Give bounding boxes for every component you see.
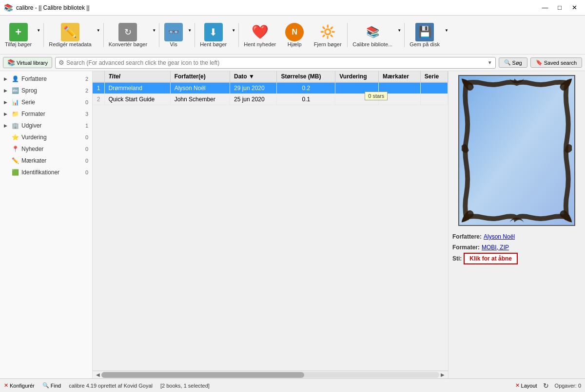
- add-books-button[interactable]: + Tilføj bøger: [2, 19, 35, 52]
- book-tags: [378, 94, 420, 105]
- calibre-library-arrow[interactable]: ▼: [396, 28, 402, 41]
- get-books-button[interactable]: ⬇ Hent bøger: [197, 19, 230, 52]
- search-input[interactable]: [66, 59, 486, 66]
- add-books-label: Tilføj bøger: [5, 41, 32, 47]
- calibre-library-label: Calibre bibliote...: [352, 41, 392, 47]
- edit-metadata-button[interactable]: ✏️ Redigér metadata: [46, 19, 94, 52]
- formater-label: Formater: [21, 111, 78, 117]
- find-button[interactable]: 🔍 Find: [42, 382, 61, 389]
- cover-panel: Forfattere: Alyson Noël Formater: MOBI, …: [448, 71, 585, 378]
- book-list-scroll[interactable]: Titel Forfatter(e) Dato ▼ Størrelse (MB)…: [93, 71, 448, 371]
- convert-books-button[interactable]: ↻ Konvertér bøger: [106, 19, 150, 52]
- sidebar-item-forfattere[interactable]: ▶ 👤 Forfattere 2: [0, 73, 92, 85]
- add-books-icon: +: [9, 23, 28, 41]
- calibre-library-icon: 📚: [363, 23, 382, 41]
- serie-count: 0: [80, 99, 88, 105]
- layout-button[interactable]: ✕ Layout: [515, 382, 537, 389]
- help-news-button[interactable]: N Hjælp: [280, 19, 309, 52]
- forfattere-meta-value[interactable]: Alyson Noël: [484, 232, 515, 243]
- sidebar-item-udgiver[interactable]: ▶ 🏢 Udgiver 1: [0, 120, 92, 131]
- selection-label: [2 books, 1 selected]: [160, 383, 210, 389]
- sidebar-item-serie[interactable]: ▶ 📊 Serie 0: [0, 96, 92, 108]
- expand-icon: ▶: [4, 76, 9, 81]
- klik-for-at-aabne-button[interactable]: Klik for at åbne: [464, 253, 518, 264]
- maerkater-count: 0: [80, 158, 88, 164]
- virtual-library-label: Virtual library: [17, 60, 48, 66]
- add-books-arrow[interactable]: ▼: [36, 28, 41, 41]
- find-search-icon: 🔍: [42, 382, 49, 389]
- book-tags: [378, 82, 420, 94]
- edit-metadata-icon: ✏️: [61, 23, 79, 41]
- col-series[interactable]: Serie: [420, 71, 448, 82]
- sidebar-item-formater[interactable]: ▶ 📁 Formater 3: [0, 108, 92, 120]
- udgiver-icon: 🏢: [11, 122, 19, 130]
- sidebar-item-maerkater[interactable]: ✏️ Mærkater 0: [0, 155, 92, 167]
- sidebar-item-sprog[interactable]: ▶ 🔤 Sprog 2: [0, 85, 92, 96]
- vurdering-icon: ⭐: [11, 133, 19, 141]
- search-dropdown-icon[interactable]: ▼: [488, 60, 492, 65]
- col-author[interactable]: Forfatter(e): [170, 71, 230, 82]
- sidebar-item-nyheder[interactable]: 📍 Nyheder 0: [0, 143, 92, 155]
- view-button[interactable]: 👓 Vis: [161, 19, 186, 52]
- close-button[interactable]: ✕: [567, 2, 581, 14]
- sep2: [103, 23, 104, 47]
- scroll-right-arrow[interactable]: ▶: [439, 372, 446, 377]
- col-size[interactable]: Størrelse (MB): [277, 71, 335, 82]
- spinner-icon: ↻: [543, 382, 549, 390]
- sidebar-item-identifikationer[interactable]: 🟩 Identifikationer 0: [0, 167, 92, 178]
- table-row[interactable]: 1 Drømmeland Alyson Noël 29 jun 2020 0.2…: [93, 82, 448, 94]
- get-books-arrow[interactable]: ▼: [231, 28, 236, 41]
- book-title: Quick Start Guide: [104, 94, 170, 105]
- book-title: Drømmeland: [104, 82, 170, 94]
- search-gear-icon[interactable]: ⚙: [58, 59, 64, 66]
- forfattere-icon: 👤: [11, 75, 19, 83]
- maerkater-label: Mærkater: [21, 157, 78, 164]
- book-rating: [335, 94, 379, 105]
- view-icon: 👓: [164, 23, 183, 41]
- sep4: [195, 23, 195, 47]
- convert-books-arrow[interactable]: ▼: [151, 28, 157, 41]
- view-label: Vis: [170, 41, 177, 47]
- h-scrollbar[interactable]: [101, 372, 439, 378]
- get-books-label: Hent bøger: [200, 41, 227, 47]
- h-scrollbar-thumb: [101, 372, 304, 378]
- edit-metadata-arrow[interactable]: ▼: [96, 28, 101, 41]
- remove-books-button[interactable]: 🔆 Fjern bøger: [310, 19, 345, 52]
- meta-row-forfattere: Forfattere: Alyson Noël: [452, 232, 581, 243]
- col-date[interactable]: Dato ▼: [230, 71, 276, 82]
- konfigurer-button[interactable]: ✕ Konfigurér: [4, 382, 35, 389]
- sidebar-item-vurdering[interactable]: ⭐ Vurdering 0: [0, 131, 92, 143]
- table-row[interactable]: 2 Quick Start Guide John Schember 25 jun…: [93, 94, 448, 105]
- book-rating: 0 stars: [335, 82, 379, 94]
- saved-search-button[interactable]: 🔖 Saved search: [530, 57, 582, 68]
- sidebar: ▶ 👤 Forfattere 2 ▶ 🔤 Sprog 2 ▶ 📊 Serie 0…: [0, 71, 93, 378]
- convert-books-icon: ↻: [118, 23, 137, 41]
- sep3: [159, 23, 159, 47]
- save-disk-button[interactable]: 💾 Gem på disk: [407, 19, 443, 52]
- search-button[interactable]: 🔍 Søg: [499, 57, 527, 68]
- col-tags[interactable]: Mærkater: [378, 71, 420, 82]
- layout-x-icon: ✕: [515, 382, 520, 389]
- col-rating[interactable]: Vurdering: [335, 71, 379, 82]
- identifikationer-label: Identifikationer: [21, 169, 78, 176]
- book-series: [420, 94, 448, 105]
- calibre-library-button[interactable]: 📚 Calibre bibliote...: [350, 19, 395, 52]
- book-cover: [458, 75, 575, 226]
- maximize-button[interactable]: □: [553, 2, 566, 14]
- layout-label: Layout: [521, 383, 537, 389]
- konfigurer-label: Konfigurér: [10, 383, 35, 389]
- book-meta: Forfattere: Alyson Noël Formater: MOBI, …: [452, 232, 581, 264]
- opgaver-label: Opgaver: 0: [555, 383, 581, 389]
- col-title[interactable]: Titel: [104, 71, 170, 82]
- help-news-icon: N: [285, 23, 304, 41]
- get-news-button[interactable]: ❤️ Hent nyheder: [241, 19, 279, 52]
- expand-icon: ▶: [4, 88, 9, 93]
- virtual-library-button[interactable]: 📚 Virtual library: [3, 57, 52, 68]
- view-arrow[interactable]: ▼: [187, 28, 193, 41]
- save-disk-arrow[interactable]: ▼: [444, 28, 449, 41]
- h-scrollbar-area: ◀ ▶: [93, 371, 448, 378]
- formater-meta-value[interactable]: MOBI, ZIP: [482, 243, 509, 253]
- meta-row-formater: Formater: MOBI, ZIP: [452, 243, 581, 253]
- scroll-left-arrow[interactable]: ◀: [95, 372, 101, 377]
- minimize-button[interactable]: —: [538, 2, 552, 14]
